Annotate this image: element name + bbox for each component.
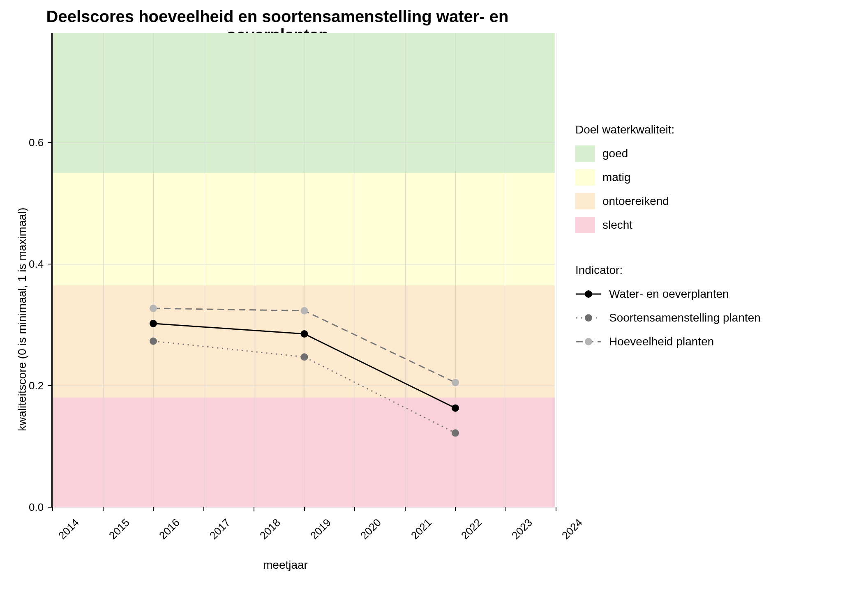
x-tick-label: 2021	[408, 516, 434, 542]
svg-point-3	[585, 314, 592, 322]
x-tick-label: 2015	[106, 516, 132, 542]
legend-series-label: Hoeveelheid planten	[609, 335, 714, 348]
legend-line-swatch	[575, 333, 602, 350]
y-axis-title: kwaliteitscore (0 is minimaal, 1 is maxi…	[16, 207, 29, 431]
legend-band-label: ontoereikend	[602, 195, 669, 208]
legend-series-label: Water- en oeverplanten	[609, 287, 729, 301]
series-point	[301, 307, 308, 315]
series-point	[150, 338, 157, 345]
legend-series-item: Hoeveelheid planten	[575, 332, 842, 352]
legend-swatch	[575, 193, 595, 209]
x-tick-label: 2024	[559, 516, 585, 542]
series-point	[452, 379, 459, 386]
legend-band-item: matig	[575, 168, 842, 187]
legend-swatch	[575, 169, 595, 186]
legend-series-title: Indicator:	[575, 264, 842, 277]
x-tick-label: 2017	[207, 516, 233, 542]
x-tick-label: 2014	[56, 516, 82, 542]
series-point	[150, 320, 157, 327]
legend-band-label: slecht	[602, 218, 632, 232]
legend-line-swatch	[575, 310, 602, 326]
x-tick-label: 2016	[157, 516, 182, 542]
series-point	[150, 305, 157, 312]
legend-series-items: Water- en oeverplantenSoortensamenstelli…	[575, 284, 842, 352]
legend: Doel waterkwaliteit: goedmatigontoereike…	[575, 123, 842, 356]
series-point	[301, 353, 308, 361]
series-point	[301, 330, 308, 338]
chart-container: Deelscores hoeveelheid en soortensamenst…	[0, 0, 863, 616]
legend-swatch	[575, 145, 595, 162]
gridline-v	[556, 33, 556, 506]
x-tick-label: 2022	[459, 516, 485, 542]
legend-series-label: Soortensamenstelling planten	[609, 311, 761, 324]
legend-band-item: goed	[575, 144, 842, 163]
legend-band-item: slecht	[575, 215, 842, 235]
x-tick-label: 2023	[509, 516, 535, 542]
y-tick-label: 0.0	[29, 501, 47, 514]
legend-line-swatch	[575, 286, 602, 302]
legend-series-item: Water- en oeverplanten	[575, 284, 842, 304]
y-tick-label: 0.6	[29, 136, 47, 149]
x-tick-label: 2020	[358, 516, 384, 542]
legend-band-label: goed	[602, 147, 628, 160]
svg-point-5	[585, 338, 592, 345]
legend-band-items: goedmatigontoereikendslecht	[575, 144, 842, 235]
legend-swatch	[575, 217, 595, 233]
x-tick-label: 2019	[307, 516, 333, 542]
x-tick-label: 2018	[257, 516, 283, 542]
svg-point-1	[585, 290, 592, 298]
legend-band-item: ontoereikend	[575, 191, 842, 211]
series-point	[452, 405, 459, 412]
series-point	[452, 429, 459, 437]
x-axis-title: meetjaar	[263, 559, 308, 572]
legend-band-title: Doel waterkwaliteit:	[575, 123, 842, 136]
legend-band-label: matig	[602, 171, 630, 184]
y-tick-label: 0.2	[29, 379, 47, 392]
chart-lines-svg	[53, 33, 555, 506]
plot-area	[51, 33, 555, 507]
legend-series-item: Soortensamenstelling planten	[575, 308, 842, 328]
y-tick-label: 0.4	[29, 257, 47, 270]
